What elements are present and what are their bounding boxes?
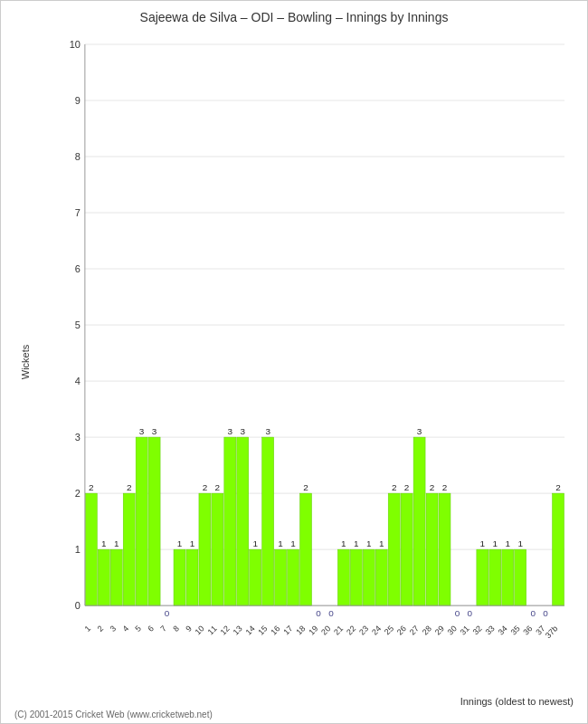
svg-rect-97 xyxy=(413,437,425,605)
svg-text:1: 1 xyxy=(366,538,372,548)
svg-rect-91 xyxy=(388,493,400,605)
svg-text:16: 16 xyxy=(269,624,281,636)
svg-text:8: 8 xyxy=(171,624,181,634)
svg-text:35: 35 xyxy=(508,624,521,636)
svg-text:27: 27 xyxy=(408,624,421,636)
svg-text:2: 2 xyxy=(555,482,561,492)
y-axis-label: Wickets xyxy=(20,345,31,380)
svg-text:2: 2 xyxy=(75,488,81,499)
svg-rect-116 xyxy=(502,549,514,605)
copyright-text: (C) 2001-2015 Cricket Web (www.cricketwe… xyxy=(14,710,213,719)
svg-text:2: 2 xyxy=(127,482,132,492)
chart-title: Sajeewa de Silva – ODI – Bowling – Innin… xyxy=(1,1,587,29)
svg-text:1: 1 xyxy=(354,538,359,548)
svg-text:22: 22 xyxy=(345,624,357,636)
svg-text:1: 1 xyxy=(341,538,346,548)
svg-text:24: 24 xyxy=(370,624,383,636)
svg-text:7: 7 xyxy=(75,207,81,218)
svg-text:37b: 37b xyxy=(544,624,560,640)
svg-text:19: 19 xyxy=(307,624,319,636)
svg-text:3: 3 xyxy=(139,426,145,436)
svg-text:1: 1 xyxy=(493,538,498,548)
svg-text:20: 20 xyxy=(319,624,332,636)
svg-rect-94 xyxy=(401,493,413,605)
svg-text:23: 23 xyxy=(357,624,370,636)
svg-text:3: 3 xyxy=(228,426,233,436)
svg-rect-45 xyxy=(186,549,198,605)
svg-text:36: 36 xyxy=(521,624,534,636)
svg-rect-103 xyxy=(439,493,450,605)
svg-text:14: 14 xyxy=(244,624,257,636)
svg-rect-51 xyxy=(212,493,223,605)
svg-rect-66 xyxy=(275,549,287,605)
svg-rect-28 xyxy=(110,549,122,605)
svg-text:2: 2 xyxy=(203,482,208,492)
svg-text:3: 3 xyxy=(240,426,245,436)
svg-text:13: 13 xyxy=(232,624,244,636)
svg-text:5: 5 xyxy=(75,319,81,330)
svg-text:2: 2 xyxy=(303,482,308,492)
svg-text:0: 0 xyxy=(328,608,334,618)
svg-text:3: 3 xyxy=(109,624,119,634)
svg-text:4: 4 xyxy=(75,376,81,386)
svg-text:0: 0 xyxy=(75,600,81,611)
svg-text:1: 1 xyxy=(517,538,523,548)
svg-text:3: 3 xyxy=(265,426,270,436)
svg-text:33: 33 xyxy=(484,624,497,636)
svg-text:3: 3 xyxy=(417,426,422,436)
svg-text:10: 10 xyxy=(70,39,81,50)
svg-rect-63 xyxy=(262,437,274,605)
svg-text:7: 7 xyxy=(158,624,168,634)
svg-text:2: 2 xyxy=(404,482,410,492)
svg-text:1: 1 xyxy=(190,538,195,548)
svg-text:1: 1 xyxy=(114,538,119,548)
svg-text:0: 0 xyxy=(316,608,321,618)
svg-text:29: 29 xyxy=(433,624,446,636)
svg-text:30: 30 xyxy=(446,624,459,636)
svg-rect-57 xyxy=(237,437,249,605)
svg-text:9: 9 xyxy=(75,95,81,106)
svg-rect-22 xyxy=(85,493,97,605)
chart-area: 0123456789102112132435360718192102113123… xyxy=(51,37,574,651)
svg-text:1: 1 xyxy=(278,538,283,548)
svg-text:2: 2 xyxy=(430,482,435,492)
svg-text:6: 6 xyxy=(146,624,156,634)
svg-text:15: 15 xyxy=(256,624,269,636)
svg-text:1: 1 xyxy=(75,544,81,555)
svg-rect-110 xyxy=(477,549,488,605)
svg-rect-25 xyxy=(98,549,109,605)
svg-rect-54 xyxy=(224,437,236,605)
svg-text:12: 12 xyxy=(219,624,232,636)
svg-rect-85 xyxy=(363,549,375,605)
svg-text:1: 1 xyxy=(290,538,296,548)
chart-container: Sajeewa de Silva – ODI – Bowling – Innin… xyxy=(0,0,588,724)
svg-text:4: 4 xyxy=(121,624,131,634)
svg-text:5: 5 xyxy=(133,624,143,634)
svg-rect-79 xyxy=(337,549,349,605)
svg-text:2: 2 xyxy=(89,482,94,492)
svg-rect-88 xyxy=(375,549,387,605)
svg-text:1: 1 xyxy=(101,538,107,548)
svg-rect-82 xyxy=(350,549,362,605)
svg-rect-34 xyxy=(136,437,147,605)
svg-text:25: 25 xyxy=(383,624,395,636)
svg-text:0: 0 xyxy=(468,608,473,618)
chart-svg: 0123456789102112132435360718192102113123… xyxy=(51,37,574,651)
svg-text:34: 34 xyxy=(497,624,509,636)
svg-rect-72 xyxy=(300,493,312,605)
x-axis-label: Innings (oldest to newest) xyxy=(460,696,574,707)
svg-text:21: 21 xyxy=(332,624,345,636)
svg-text:17: 17 xyxy=(281,624,294,636)
svg-rect-42 xyxy=(174,549,185,605)
svg-text:0: 0 xyxy=(530,608,536,618)
svg-text:0: 0 xyxy=(455,608,460,618)
svg-text:2: 2 xyxy=(215,482,221,492)
svg-text:28: 28 xyxy=(421,624,433,636)
svg-text:6: 6 xyxy=(75,263,81,274)
svg-rect-37 xyxy=(148,437,160,605)
svg-text:1: 1 xyxy=(505,538,510,548)
svg-text:10: 10 xyxy=(194,624,206,636)
svg-text:0: 0 xyxy=(543,608,548,618)
svg-text:18: 18 xyxy=(294,624,307,636)
svg-text:26: 26 xyxy=(395,624,408,636)
